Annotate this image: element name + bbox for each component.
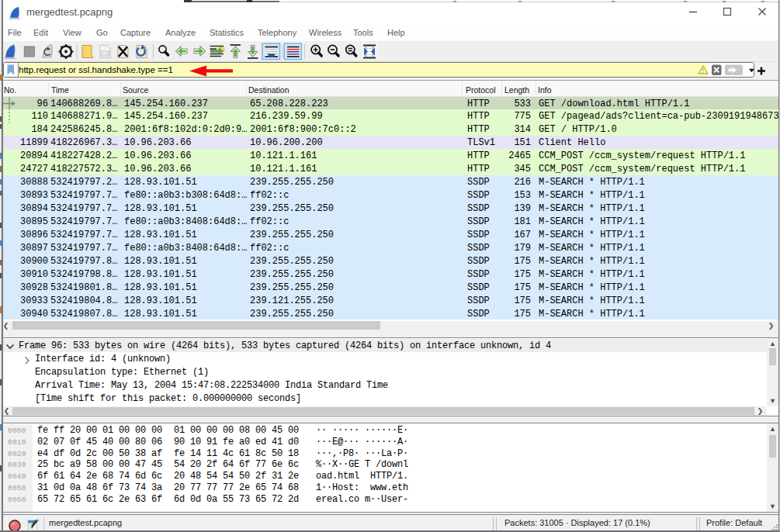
svg-text:010: 010: [102, 51, 109, 56]
